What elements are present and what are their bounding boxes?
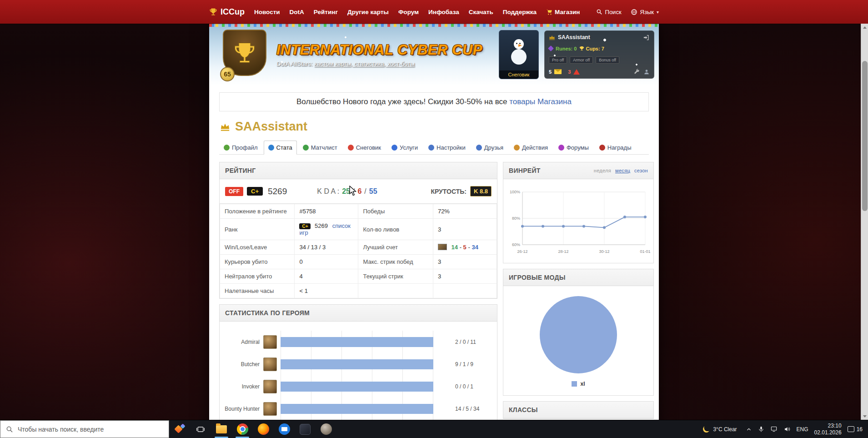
wrench-icon[interactable] [633, 69, 640, 75]
tab-friends[interactable]: Друзья [472, 141, 508, 155]
trophy-emblem: 65 [219, 28, 270, 81]
task-view-button[interactable] [190, 420, 211, 438]
rating-table: Положение в рейтинге #5758 Победы 72% Ра… [220, 204, 497, 298]
chrome-icon [237, 423, 248, 435]
taskbar-app-mail[interactable] [274, 420, 295, 438]
taskbar-app-firefox[interactable] [253, 420, 274, 438]
table-row: Налетанные часы < 1 [220, 284, 497, 298]
browser-scrollbar[interactable] [861, 24, 868, 420]
hero-bar [281, 404, 433, 414]
tab-snowman[interactable]: Снеговик [343, 141, 386, 155]
search-button[interactable]: Поиск [596, 9, 622, 15]
cups-count: Cups: 7 [579, 46, 604, 51]
hero-avatar [263, 335, 277, 349]
taskbar-clock[interactable]: 23:10 02.01.2026 [814, 423, 842, 436]
pro-toggle-button[interactable]: Pro off [549, 56, 567, 64]
snowman-event-widget[interactable]: Снеговик [499, 30, 539, 79]
classes-header: КЛАССЫ [503, 402, 653, 418]
sparkle-icon [175, 424, 185, 434]
hidden-icons-chevron[interactable] [746, 426, 752, 433]
action-center-button[interactable]: 16 [848, 426, 864, 433]
promo-announcement: Волшебство Нового года уже здесь! Скидки… [219, 92, 649, 111]
snowman-tab-icon [348, 145, 354, 151]
bonus-toggle-button[interactable]: Bonus off [596, 56, 619, 64]
scrollbar-thumb[interactable] [862, 61, 868, 211]
taskbar-app-dark[interactable] [295, 420, 316, 438]
search-highlights-button[interactable] [169, 420, 190, 438]
nav-item-shop[interactable]: Магазин [546, 9, 580, 15]
status-badge: OFF [225, 187, 243, 196]
shop-items-link[interactable]: товары Магазина [509, 97, 572, 106]
rating-summary-row: OFF C+ 5269 K D A : 25 / 6 / 55 [220, 179, 497, 204]
nav-item-support[interactable]: Поддержка [503, 9, 537, 15]
mail-app-icon [279, 423, 290, 435]
scrollbar-up-arrow[interactable] [861, 24, 868, 31]
panel-username[interactable]: SAAssistant [558, 34, 590, 40]
warning-count: 3 [568, 69, 571, 75]
iccup-logo[interactable]: ICCup [209, 7, 245, 17]
logout-icon[interactable] [643, 34, 650, 41]
microphone-icon[interactable] [758, 426, 764, 433]
warning-icon[interactable] [573, 69, 580, 75]
svg-text:60%: 60% [512, 242, 520, 247]
user-avatar-icon [549, 34, 555, 40]
page-viewport: 65 INTERNATIONAL CYBER CUP DotA AllStars… [0, 24, 868, 420]
tab-services[interactable]: Услуги [387, 141, 422, 155]
chevron-down-icon: ▾ [657, 10, 659, 15]
winrate-period-season[interactable]: сезон [634, 168, 648, 173]
input-language[interactable]: ENG [797, 426, 808, 433]
tab-matchlist[interactable]: Матчлист [298, 141, 342, 155]
search-icon [596, 9, 602, 15]
legend-swatch [572, 381, 577, 387]
tab-awards[interactable]: Награды [595, 141, 636, 155]
nav-item-download[interactable]: Скачать [469, 9, 493, 15]
winrate-header: ВИНРЕЙТ [509, 167, 541, 174]
brand-name: ICCup [221, 7, 245, 17]
taskbar-app-gimp[interactable] [316, 420, 336, 438]
nav-item-infobase[interactable]: Инфобаза [428, 9, 459, 15]
classes-panel: КЛАССЫ [503, 401, 654, 419]
services-tab-icon [391, 145, 397, 151]
hero-avatar [263, 380, 277, 393]
profile-tab-icon [224, 145, 230, 151]
friends-icon[interactable] [643, 69, 650, 75]
nav-item-rating[interactable]: Рейтинг [314, 9, 338, 15]
globe-icon [631, 9, 637, 15]
taskbar-search-box[interactable]: Чтобы начать поиск, введите [0, 420, 169, 438]
best-score-hero-icon [438, 244, 447, 250]
awards-tab-icon [599, 145, 605, 151]
coolness-block: КРУТОСТЬ: K 8.8 [431, 186, 492, 196]
network-icon[interactable] [770, 426, 778, 433]
mail-icon[interactable] [554, 69, 562, 74]
winrate-panel: ВИНРЕЙТ неделя месяц сезон 100%80%60%26-… [503, 162, 654, 263]
scrollbar-down-arrow[interactable] [861, 413, 868, 420]
winrate-period-month[interactable]: месяц [615, 168, 630, 173]
hero-avatar [263, 402, 277, 416]
svg-text:80%: 80% [512, 216, 520, 221]
tab-actions[interactable]: Действия [509, 141, 552, 155]
matchlist-tab-icon [303, 145, 309, 151]
rank-badge-mini: C+ [299, 223, 311, 229]
windows-taskbar: Чтобы начать поиск, введите 3°C Clear EN… [0, 420, 868, 438]
volume-icon[interactable] [783, 426, 791, 433]
nav-item-news[interactable]: Новости [254, 9, 280, 15]
site-banner: 65 INTERNATIONAL CYBER CUP DotA AllStars… [209, 24, 659, 85]
weather-widget[interactable]: 3°C Clear [700, 426, 739, 433]
settings-tab-icon [428, 145, 434, 151]
nav-item-dota[interactable]: DotA [290, 9, 304, 15]
table-row: Ранк C+ 5269 список игр Кол-во ливов 3 [220, 219, 497, 240]
tab-forums[interactable]: Форумы [554, 141, 593, 155]
armor-toggle-button[interactable]: Armor off [570, 56, 593, 64]
tab-settings[interactable]: Настройки [424, 141, 470, 155]
winrate-period-week[interactable]: неделя [594, 168, 611, 173]
tab-profile[interactable]: Профайл [219, 141, 262, 155]
table-row: Win/Lose/Leave 34 / 13 / 3 Лучший счет 1… [220, 240, 497, 255]
nav-item-other-maps[interactable]: Другие карты [347, 9, 389, 15]
nav-item-forum[interactable]: Форум [398, 9, 419, 15]
level-badge: 65 [220, 67, 235, 81]
language-selector[interactable]: Язык ▾ [631, 9, 659, 15]
taskbar-app-chrome[interactable] [232, 420, 253, 438]
taskbar-app-explorer[interactable] [211, 420, 232, 438]
tab-stats[interactable]: Стата [264, 141, 297, 155]
kda-summary: K D A : 25 / 6 / 55 [317, 187, 377, 196]
